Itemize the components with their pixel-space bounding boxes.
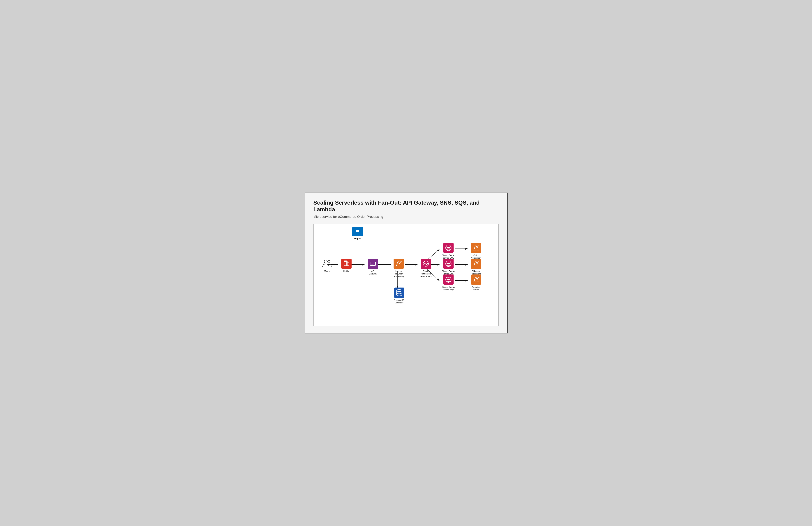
svg-point-25 <box>423 263 425 264</box>
region-label: Region <box>353 237 361 240</box>
svg-point-29 <box>447 247 448 248</box>
svg-point-38 <box>447 279 448 280</box>
svg-point-35 <box>448 263 449 265</box>
svg-point-43 <box>396 294 402 296</box>
sqs1-icon <box>443 243 453 253</box>
node-dynamodb: DynamoDBDatabase <box>390 287 408 304</box>
svg-point-42 <box>396 292 402 294</box>
svg-rect-19 <box>347 262 349 266</box>
node-sqs2: Simple Queue Service SQS <box>439 259 458 275</box>
sqs2-icon <box>443 259 453 269</box>
node-sqs1: Simple Queue Service SQS <box>439 243 458 259</box>
lambda-order-label: Lambdafor OrderProcessing <box>394 270 404 278</box>
lambda-ship-icon <box>471 259 481 269</box>
svg-point-31 <box>449 247 450 248</box>
node-users: Users <box>319 258 335 272</box>
node-api-gateway: </> APIGateway <box>365 259 381 275</box>
api-gateway-label: APIGateway <box>369 270 377 275</box>
node-mobile: Mobile <box>338 259 354 272</box>
node-lambda-analytics: AnalyticsService <box>467 274 485 291</box>
lambda-notif-icon <box>471 243 481 253</box>
mobile-icon <box>341 259 351 269</box>
svg-rect-13 <box>356 230 356 233</box>
sns-label: SimpleNotificationService SNS <box>420 270 432 278</box>
svg-point-14 <box>324 260 328 263</box>
sqs3-label: Simple Queue Service SQS <box>440 286 456 291</box>
svg-marker-12 <box>356 230 359 232</box>
svg-point-26 <box>427 263 428 264</box>
node-lambda-order: Lambdafor OrderProcessing <box>390 259 407 278</box>
sns-icon <box>421 259 431 269</box>
slide-subtitle: Microservice for eCommerce Order Process… <box>314 215 499 219</box>
lambda-analytics-label: AnalyticsService <box>472 286 480 291</box>
dynamodb-icon <box>394 287 404 298</box>
svg-point-36 <box>449 263 450 265</box>
region-area: Region <box>352 227 363 240</box>
dynamodb-label: DynamoDBDatabase <box>394 299 404 304</box>
lambda-order-icon <box>394 259 404 269</box>
node-sqs3: Simple Queue Service SQS <box>439 274 458 291</box>
svg-point-39 <box>448 279 449 280</box>
users-label: Users <box>324 270 330 272</box>
diagram: Region Users <box>314 224 499 326</box>
region-flag-icon <box>352 227 363 236</box>
svg-point-27 <box>425 264 426 264</box>
slide: Scaling Serverless with Fan-Out: API Gat… <box>305 193 508 333</box>
svg-text:</>: </> <box>371 262 375 265</box>
svg-point-40 <box>449 279 450 280</box>
mobile-label: Mobile <box>344 270 349 272</box>
svg-point-30 <box>448 247 449 248</box>
slide-title: Scaling Serverless with Fan-Out: API Gat… <box>314 199 499 213</box>
lambda-analytics-icon <box>471 274 481 285</box>
api-gateway-icon: </> <box>368 259 378 269</box>
svg-point-34 <box>447 263 448 265</box>
sqs3-icon <box>443 274 453 285</box>
svg-point-15 <box>328 260 330 263</box>
users-icon <box>322 258 332 269</box>
node-sns: SimpleNotificationService SNS <box>417 259 435 278</box>
